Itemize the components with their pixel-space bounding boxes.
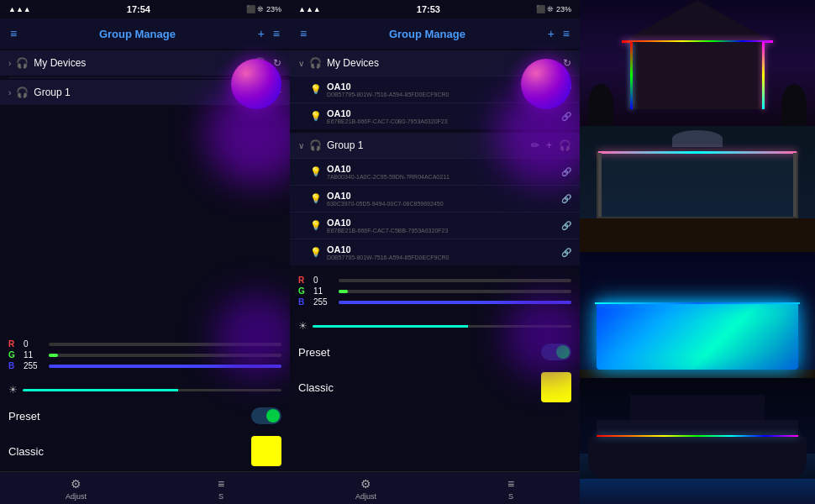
- tab-s-2[interactable]: ≡ S: [507, 477, 514, 501]
- b-label-1: B: [8, 361, 18, 370]
- device-item-5[interactable]: 💡 OA10 E67BE21B-666F-CAC7-C5BB-7953A6320…: [290, 212, 580, 239]
- r-value-2: 0: [313, 276, 334, 285]
- group1-label-2: Group 1: [327, 139, 526, 151]
- rgb-controls-2: R 0 G 11 B 255: [290, 267, 580, 315]
- house-roof: [622, 0, 773, 42]
- preset-row-1: Preset: [0, 401, 290, 431]
- photos-grid: [580, 0, 815, 504]
- bottom-tabs-2: ⚙ Adjust ≡ S: [290, 471, 580, 504]
- status-icons-1: ⬛ ❊ 23%: [246, 5, 281, 13]
- color-ball-1[interactable]: [231, 59, 290, 126]
- bulb-icon-6: 💡: [310, 247, 322, 258]
- b-bar-bg-1: [49, 365, 281, 368]
- list-icon-1[interactable]: ≡: [10, 27, 17, 40]
- edit-icon-2[interactable]: ✏: [531, 139, 539, 151]
- bulb-icon-1: 💡: [310, 84, 322, 95]
- group-icon-1: 🎧: [16, 87, 29, 98]
- chevron-my-devices-1: ›: [8, 59, 11, 68]
- pool-glow: [597, 302, 798, 370]
- menu-icon-1[interactable]: ≡: [273, 27, 280, 40]
- classic-swatch-1[interactable]: [251, 436, 281, 466]
- bottom-tabs-1: ⚙ Adjust ≡ S: [0, 471, 290, 504]
- yacht-bridge: [630, 395, 765, 420]
- add-icon-2[interactable]: +: [548, 27, 555, 40]
- patio-led-top: [598, 151, 797, 154]
- device-name-4: OA10: [327, 191, 556, 201]
- scene-pool: [580, 252, 815, 378]
- classic-label-1: Classic: [8, 445, 44, 458]
- nav-bar-1: ≡ Group Manage + ≡: [0, 18, 290, 49]
- r-value-1: 0: [24, 339, 44, 349]
- tab-s-1[interactable]: ≡ S: [218, 477, 224, 501]
- device-mac-4: 630C3970-05D5-9494-00C7-08C859692450: [327, 201, 556, 207]
- device-name-6: OA10: [327, 244, 556, 255]
- device-mac-3: 7AB00340-1A0C-2C95-59DN-7RR04ACA0211: [327, 174, 556, 180]
- device-info-5: OA10 E67BE21B-666F-CAC7-C5BB-7953A6320F2…: [327, 218, 556, 234]
- brightness-bar-2[interactable]: [313, 325, 571, 328]
- device-item-4[interactable]: 💡 OA10 630C3970-05D5-9494-00C7-08C859692…: [290, 185, 580, 212]
- link-icon-3[interactable]: 🔗: [561, 167, 571, 176]
- link-icon-4[interactable]: 🔗: [561, 194, 571, 203]
- scene-patio: [580, 126, 815, 252]
- brightness-bar-1[interactable]: [23, 389, 281, 391]
- adjust-icon-1: ⚙: [71, 477, 82, 491]
- brightness-icon-1: ☀: [8, 384, 18, 396]
- tab-adjust-2[interactable]: ⚙ Adjust: [355, 477, 376, 501]
- bulb-icon-2: 💡: [310, 111, 322, 122]
- preset-label-1: Preset: [8, 410, 40, 423]
- tab-adjust-1[interactable]: ⚙ Adjust: [66, 477, 87, 501]
- photo-patio: [580, 126, 815, 252]
- nav-title-2: Group Manage: [389, 28, 465, 40]
- g-value-1: 11: [24, 350, 44, 360]
- brightness-row-2[interactable]: ☀: [290, 315, 580, 337]
- brightness-row-1[interactable]: ☀: [0, 379, 290, 401]
- brightness-icon-2: ☀: [298, 320, 308, 332]
- classic-row-2: Classic: [290, 367, 580, 407]
- add-icon-1[interactable]: +: [258, 27, 265, 40]
- spacer-1: [0, 107, 290, 331]
- device-item-3[interactable]: 💡 OA10 7AB00340-1A0C-2C95-59DN-7RR04ACA0…: [290, 158, 580, 185]
- group1-label-1: Group 1: [34, 87, 255, 98]
- device-mac-6: D0B57795-801W-7516-A594-85FD0ECF9CR0: [327, 255, 556, 260]
- classic-swatch-2[interactable]: [541, 372, 571, 402]
- time-2: 17:53: [417, 4, 440, 14]
- link-icon-5[interactable]: 🔗: [561, 221, 571, 230]
- g-bar-bg-2: [339, 290, 571, 293]
- r-bar-bg-1: [49, 343, 281, 346]
- chevron-group1-1: ›: [8, 88, 11, 97]
- group1-header-2[interactable]: ∨ 🎧 Group 1 ✏ + 🎧: [290, 133, 580, 158]
- s-label-2: S: [508, 492, 513, 501]
- adjust-label-1: Adjust: [66, 492, 87, 501]
- yacht-led: [597, 435, 798, 437]
- preset-toggle-1[interactable]: [251, 407, 281, 424]
- device-info-3: OA10 7AB00340-1A0C-2C95-59DN-7RR04ACA021…: [327, 164, 556, 180]
- device-mac-5: E67BE21B-666F-CAC7-C5BB-7953A6320F23: [327, 228, 556, 234]
- patio-structure: [597, 151, 798, 218]
- photo-yacht: [580, 378, 815, 504]
- device-item-6[interactable]: 💡 OA10 D0B57795-801W-7516-A594-85FD0ECF9…: [290, 239, 580, 265]
- led-side-left: [630, 42, 633, 109]
- signal-icon-1: ▲▲▲: [8, 5, 31, 13]
- b-value-1: 255: [24, 361, 44, 370]
- group-headphones-icon-2[interactable]: 🎧: [559, 139, 571, 151]
- s-label-1: S: [218, 492, 223, 501]
- pool-led-strip: [595, 302, 800, 304]
- preset-label-2: Preset: [298, 346, 330, 359]
- my-devices-label-1: My Devices: [34, 57, 249, 69]
- b-label-2: B: [298, 297, 308, 307]
- house-shape: [630, 42, 765, 109]
- phone-1: ▲▲▲ 17:54 ⬛ ❊ 23% ≡ Group Manage + ≡ › 🎧…: [0, 0, 290, 504]
- add-group-icon-2[interactable]: +: [546, 139, 552, 151]
- nav-title-1: Group Manage: [99, 28, 176, 40]
- scene-yacht: [580, 378, 815, 504]
- classic-row-1: Classic: [0, 431, 290, 471]
- list-icon-2[interactable]: ≡: [300, 27, 307, 40]
- rgb-controls-1: R 0 G 11 B 255: [0, 331, 290, 379]
- color-ball-2[interactable]: [521, 59, 580, 126]
- device-name-5: OA10: [327, 218, 556, 228]
- preset-toggle-2[interactable]: [541, 344, 571, 360]
- signal-icon-2: ▲▲▲: [298, 5, 321, 13]
- link-icon-6[interactable]: 🔗: [561, 248, 571, 257]
- led-side-right: [762, 42, 765, 109]
- menu-icon-2[interactable]: ≡: [563, 27, 570, 40]
